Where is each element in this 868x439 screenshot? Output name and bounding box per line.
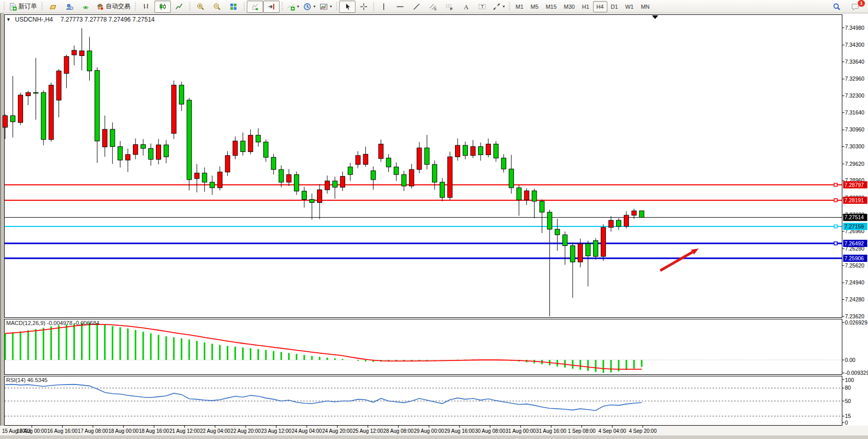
rsi-tick-label: 0: [845, 419, 848, 426]
timeframe-w1-button[interactable]: W1: [622, 1, 638, 12]
tile-windows-button[interactable]: [225, 1, 242, 13]
timeframe-d1-button[interactable]: D1: [607, 1, 622, 12]
time-tick-label: 4 Sep 04:00: [598, 428, 626, 434]
candle-down: [110, 129, 115, 147]
search-button[interactable]: [828, 1, 845, 13]
rsi-tick-label: 15: [845, 413, 851, 419]
text-button[interactable]: A: [458, 1, 474, 13]
candle-up: [133, 145, 138, 155]
support-line-blue-1-handle[interactable]: [834, 242, 837, 245]
chevron-down-icon: ▾: [330, 4, 332, 9]
candlestick-chart-button[interactable]: [154, 1, 171, 13]
chart-window[interactable]: 7.349807.343007.336407.329607.323007.316…: [0, 13, 868, 439]
resistance-line-2-handle[interactable]: [834, 199, 837, 202]
time-tick-label: 25 Aug 12:00: [353, 428, 383, 434]
candle-down: [149, 148, 153, 159]
text-label-button[interactable]: T: [474, 1, 490, 13]
candlestick-icon: [159, 3, 167, 11]
candle-up: [624, 215, 628, 226]
candle-up: [417, 148, 422, 169]
timeframe-m5-button[interactable]: M5: [527, 1, 542, 12]
candle-up: [356, 156, 360, 164]
chart-title: ▼ USDCNH-,H4 7.27773 7.27778 7.27496 7.2…: [6, 16, 154, 23]
candle-up: [80, 51, 84, 55]
signals-button[interactable]: [77, 1, 94, 13]
equidistant-channel-button[interactable]: E: [425, 1, 441, 13]
time-tick-label: 18 Aug 00:00: [108, 428, 139, 434]
templates-button[interactable]: ▾: [318, 1, 334, 13]
vertical-line-button[interactable]: [376, 1, 392, 13]
time-tick-label: 24 Aug 20:00: [322, 428, 352, 434]
candle-down: [594, 241, 598, 257]
candle-up: [218, 172, 222, 188]
time-tick-label: 21 Aug 12:00: [169, 428, 200, 434]
price-tick-label: 7.32960: [845, 75, 864, 82]
fibonacci-button[interactable]: F: [441, 1, 458, 13]
macd-indicator-label: MACD(12,26,9) -0.004978 -0.006684: [6, 320, 100, 326]
rsi-tick-label: 50: [845, 398, 851, 404]
profile-button[interactable]: [61, 1, 77, 13]
charts-button[interactable]: [45, 1, 61, 13]
candle-up: [601, 227, 606, 256]
clock-icon: [303, 3, 311, 11]
timeframe-m1-button[interactable]: M1: [512, 1, 527, 12]
toolbar-grip: [188, 2, 191, 12]
chat-button[interactable]: 1: [847, 1, 863, 13]
chart-shift-button[interactable]: [263, 1, 280, 13]
chart-canvas[interactable]: 7.349807.343007.336407.329607.323007.316…: [0, 13, 868, 439]
candle-down: [425, 148, 429, 164]
periods-button[interactable]: ▾: [301, 1, 318, 13]
candle-down: [210, 182, 214, 188]
timeframe-h4-button[interactable]: H4: [593, 1, 607, 12]
macd-tick-label: -0.009329: [845, 370, 868, 376]
candle-up: [632, 211, 636, 215]
svg-text:A: A: [464, 3, 469, 10]
bar-chart-button[interactable]: [138, 1, 154, 13]
candle-down: [348, 167, 352, 175]
candle-up: [156, 145, 161, 159]
template-icon: [320, 3, 328, 11]
line-chart-button[interactable]: [171, 1, 187, 13]
macd-tick-label: 0.026929: [845, 319, 867, 326]
timeframe-mn-button[interactable]: MN: [637, 1, 653, 12]
tile-windows-icon: [229, 3, 238, 11]
candle-down: [264, 142, 268, 158]
timeframe-h1-button[interactable]: H1: [578, 1, 593, 12]
candle-down: [563, 235, 567, 245]
crosshair-button[interactable]: [356, 1, 372, 13]
candle-down: [432, 164, 437, 182]
candle-down: [386, 158, 391, 167]
macd-panel[interactable]: [5, 319, 842, 375]
arrows-button[interactable]: ▾: [490, 1, 507, 13]
time-tick-label: 16 Aug 00:00: [17, 428, 47, 434]
candle-down: [302, 191, 307, 199]
auto-trading-button[interactable]: 自动交易: [94, 1, 133, 13]
vertical-line-icon: [380, 3, 388, 11]
candle-down: [95, 70, 100, 141]
trendline-button[interactable]: [408, 1, 425, 13]
main-price-panel[interactable]: [5, 15, 842, 318]
window-left-border: [0, 13, 1, 439]
timeframe-m15-button[interactable]: M15: [542, 1, 560, 12]
toolbar-grip: [134, 2, 137, 12]
zoom-out-button[interactable]: [209, 1, 225, 13]
one-click-dropdown-icon[interactable]: ▼: [6, 17, 11, 22]
cursor-button[interactable]: [339, 1, 356, 13]
resistance-line-1-handle[interactable]: [834, 183, 837, 186]
support-line-cyan-handle[interactable]: [834, 225, 837, 228]
horizontal-line-button[interactable]: [392, 1, 408, 13]
candle-down: [41, 92, 46, 140]
new-order-icon: [9, 3, 17, 11]
candle-down: [501, 158, 506, 169]
zoom-in-button[interactable]: [192, 1, 209, 13]
ohlc-values: 7.27773 7.27778 7.27496 7.27514: [61, 16, 155, 23]
auto-scroll-button[interactable]: [247, 1, 263, 13]
chart-shift-icon: [267, 3, 275, 11]
timeframe-m30-button[interactable]: M30: [560, 1, 578, 12]
symbol-period-label: USDCNH-,H4: [15, 16, 53, 23]
price-tick-label: 7.32300: [845, 92, 864, 99]
new-order-button[interactable]: 新订单: [7, 1, 40, 13]
indicators-button[interactable]: ▾: [285, 1, 301, 13]
toolbar-grip: [281, 2, 284, 12]
chart-folder-icon: [49, 3, 57, 11]
